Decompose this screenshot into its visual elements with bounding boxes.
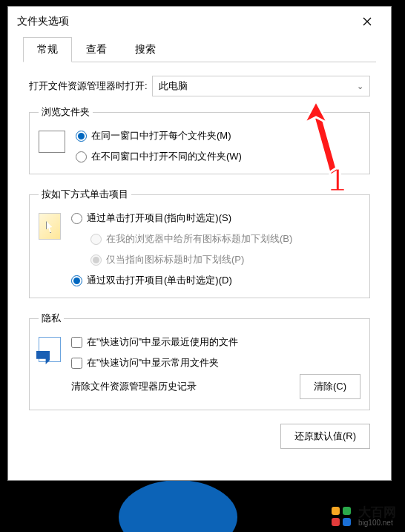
window-title: 文件夹选项 bbox=[17, 15, 69, 28]
checkbox-recent-files[interactable] bbox=[71, 337, 82, 348]
clear-history-row: 清除文件资源管理器历史记录 清除(C) bbox=[71, 374, 360, 399]
watermark-name: 大百网 bbox=[358, 506, 396, 519]
browse-opt-diff-window[interactable]: 在不同窗口中打开不同的文件夹(W) bbox=[76, 150, 360, 163]
chevron-down-icon: ⌄ bbox=[357, 82, 363, 91]
background-decoration bbox=[119, 480, 237, 532]
privacy-legend: 隐私 bbox=[39, 312, 64, 325]
radio-label: 仅当指向图标标题时加下划线(P) bbox=[106, 253, 244, 266]
checkbox-label: 在"快速访问"中显示最近使用的文件 bbox=[87, 335, 238, 349]
click-items-group: 按如下方式单击项目 通过单击打开项目(指向时选定)(S) 在我的浏览器中给所有图… bbox=[29, 188, 370, 298]
privacy-chk-recent[interactable]: 在"快速访问"中显示最近使用的文件 bbox=[71, 335, 360, 349]
tab-strip: 常规 查看 搜索 bbox=[23, 36, 376, 62]
radio-label: 通过单击打开项目(指向时选定)(S) bbox=[87, 211, 231, 225]
close-icon bbox=[363, 17, 372, 26]
dropdown-value: 此电脑 bbox=[159, 79, 188, 93]
radio-underline-point bbox=[90, 254, 102, 266]
folder-options-window: 文件夹选项 常规 查看 搜索 打开文件资源管理器时打开: 此电脑 ⌄ 浏览文件夹 bbox=[7, 6, 392, 481]
watermark-url: big100.net bbox=[358, 519, 396, 528]
open-explorer-row: 打开文件资源管理器时打开: 此电脑 ⌄ bbox=[29, 76, 370, 96]
watermark-logo-icon bbox=[330, 505, 352, 528]
click-opt-single[interactable]: 通过单击打开项目(指向时选定)(S) bbox=[71, 211, 360, 225]
restore-defaults-button[interactable]: 还原默认值(R) bbox=[280, 424, 370, 449]
restore-row: 还原默认值(R) bbox=[29, 424, 370, 449]
tab-general[interactable]: 常规 bbox=[23, 37, 72, 62]
click-opt-double[interactable]: 通过双击打开项目(单击时选定)(D) bbox=[71, 274, 360, 287]
browse-opt-same-window[interactable]: 在同一窗口中打开每个文件夹(M) bbox=[76, 129, 360, 142]
click-items-icon bbox=[39, 213, 61, 240]
radio-underline-all bbox=[90, 234, 102, 245]
clear-history-label: 清除文件资源管理器历史记录 bbox=[71, 380, 197, 393]
svg-rect-0 bbox=[332, 507, 340, 515]
radio-double-click[interactable] bbox=[71, 275, 82, 286]
privacy-group: 隐私 在"快速访问"中显示最近使用的文件 在"快速访问"中显示常用文件夹 清除文… bbox=[29, 312, 370, 410]
radio-same-window[interactable] bbox=[76, 131, 87, 142]
radio-label: 在同一窗口中打开每个文件夹(M) bbox=[91, 129, 231, 142]
svg-rect-2 bbox=[332, 518, 340, 526]
svg-rect-3 bbox=[343, 518, 351, 526]
click-legend: 按如下方式单击项目 bbox=[39, 188, 131, 201]
privacy-chk-frequent[interactable]: 在"快速访问"中显示常用文件夹 bbox=[71, 356, 360, 370]
watermark: 大百网 big100.net bbox=[330, 505, 396, 528]
open-explorer-label: 打开文件资源管理器时打开: bbox=[29, 79, 148, 93]
tab-search[interactable]: 搜索 bbox=[121, 37, 170, 62]
click-sub-all-underline: 在我的浏览器中给所有图标标题加下划线(B) bbox=[90, 232, 360, 246]
tab-view[interactable]: 查看 bbox=[72, 37, 121, 62]
privacy-icon bbox=[39, 337, 61, 362]
browse-legend: 浏览文件夹 bbox=[39, 105, 93, 119]
radio-single-click[interactable] bbox=[71, 213, 82, 224]
radio-label: 在不同窗口中打开不同的文件夹(W) bbox=[91, 150, 242, 163]
close-button[interactable] bbox=[352, 10, 382, 33]
browse-folders-icon bbox=[39, 131, 65, 153]
checkbox-frequent-folders[interactable] bbox=[71, 358, 82, 369]
clear-button[interactable]: 清除(C) bbox=[300, 374, 360, 399]
tab-content: 打开文件资源管理器时打开: 此电脑 ⌄ 浏览文件夹 在同一窗口中打开每个文件夹(… bbox=[8, 62, 391, 458]
svg-rect-1 bbox=[343, 507, 351, 515]
click-sub-point-underline: 仅当指向图标标题时加下划线(P) bbox=[90, 253, 360, 266]
browse-folders-group: 浏览文件夹 在同一窗口中打开每个文件夹(M) 在不同窗口中打开不同的文件夹(W) bbox=[29, 105, 370, 174]
titlebar: 文件夹选项 bbox=[8, 7, 391, 36]
radio-label: 在我的浏览器中给所有图标标题加下划线(B) bbox=[106, 232, 292, 246]
radio-label: 通过双击打开项目(单击时选定)(D) bbox=[87, 274, 232, 287]
open-explorer-dropdown[interactable]: 此电脑 ⌄ bbox=[152, 76, 370, 96]
checkbox-label: 在"快速访问"中显示常用文件夹 bbox=[87, 356, 219, 370]
radio-diff-window[interactable] bbox=[76, 151, 87, 162]
